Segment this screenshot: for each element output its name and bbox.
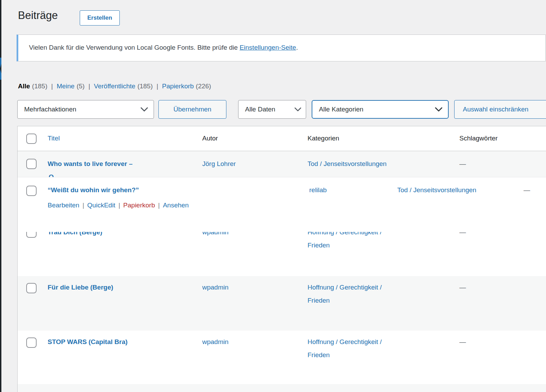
category-link[interactable]: Tod / Jenseitsvorstellungen xyxy=(397,186,476,194)
category-link[interactable]: Tod / Jenseitsvorstellungen xyxy=(308,160,387,168)
bulk-actions-select[interactable]: Mehrfachaktionen xyxy=(17,100,154,119)
filter-count: (5) xyxy=(77,82,85,90)
limit-selection-button[interactable]: Auswahl einschränken xyxy=(454,100,546,119)
view-action-link[interactable]: Ansehen xyxy=(163,202,189,209)
row-checkbox[interactable] xyxy=(26,337,37,348)
post-title-link[interactable]: “Weißt du wohin wir gehen?” xyxy=(48,186,139,194)
action-separator: | xyxy=(118,202,120,209)
settings-page-link[interactable]: Einstellungen-Seite xyxy=(240,44,296,51)
filter-count: (185) xyxy=(32,82,47,90)
category-filter-value: Alle Kategorien xyxy=(319,106,363,113)
filter-separator: | xyxy=(51,82,53,90)
filter-count: (226) xyxy=(196,82,211,90)
apply-button[interactable]: Übernehmen xyxy=(158,100,226,119)
table-header-row: Titel Autor Kategorien Schlagwörter xyxy=(18,126,546,151)
filter-link-alle[interactable]: Alle(185) xyxy=(18,82,47,90)
column-header-titel[interactable]: Titel xyxy=(48,135,60,142)
post-title-link[interactable]: Who wants to live forever – xyxy=(48,160,133,168)
tags-empty-dash: — xyxy=(459,160,466,168)
notice-text-end: . xyxy=(296,44,298,51)
status-filter-links: Alle(185) | Meine(5) | Veröffentlichte(1… xyxy=(18,82,211,90)
filter-link-papierkorb[interactable]: Papierkorb(226) xyxy=(162,82,211,90)
table-row-empty xyxy=(18,384,546,392)
column-header-autor: Autor xyxy=(202,135,218,142)
category-filter-select[interactable]: Alle Kategorien xyxy=(312,100,449,119)
posts-table: Titel Autor Kategorien Schlagwörter Who … xyxy=(17,126,546,392)
table-row-hovered: “Weißt du wohin wir gehen?” Bearbeiten|Q… xyxy=(18,177,546,232)
chevron-down-icon xyxy=(294,107,301,111)
filter-separator: | xyxy=(157,82,158,90)
author-link[interactable]: wpadmin xyxy=(202,284,228,291)
post-title-link[interactable]: Für die Liebe (Berge) xyxy=(48,284,113,291)
filter-link-meine[interactable]: Meine(5) xyxy=(57,82,85,90)
author-link[interactable]: Jörg Lohrer xyxy=(202,160,236,168)
row-checkbox[interactable] xyxy=(26,283,37,293)
row-checkbox[interactable] xyxy=(26,159,37,169)
trash-action-link[interactable]: Papierkorb xyxy=(123,202,155,209)
date-filter-value: Alle Daten xyxy=(245,106,275,113)
date-filter-select[interactable]: Alle Daten xyxy=(238,100,306,119)
select-all-checkbox[interactable] xyxy=(26,134,37,144)
edit-action-link[interactable]: Bearbeiten xyxy=(48,202,79,209)
filter-link-veroeffentlichte[interactable]: Veröffentlichte(185) xyxy=(94,82,153,90)
category-link[interactable]: Frieden xyxy=(308,351,330,359)
post-title-link[interactable]: STOP WARS (Capital Bra) xyxy=(48,338,128,346)
author-link[interactable]: wpadmin xyxy=(202,338,228,346)
create-post-button[interactable]: Erstellen xyxy=(80,10,120,26)
quick-edit-action-link[interactable]: QuickEdit xyxy=(87,202,115,209)
table-row: Für die Liebe (Berge) wpadmin Hoffnung /… xyxy=(18,276,546,331)
admin-notice: Vielen Dank für die Verwendung von Local… xyxy=(17,35,546,61)
table-row: STOP WARS (Capital Bra) wpadmin Hoffnung… xyxy=(18,331,546,384)
category-link[interactable]: Hoffnung / Gerechtigkeit / xyxy=(308,284,382,291)
notice-text: Vielen Dank für die Verwendung von Local… xyxy=(29,44,240,51)
page-title: Beiträge xyxy=(18,9,58,22)
filter-separator: | xyxy=(88,82,90,90)
author-link[interactable]: relilab xyxy=(309,186,327,194)
list-table-controls: Mehrfachaktionen Übernehmen Alle Daten A… xyxy=(0,100,546,119)
bulk-actions-value: Mehrfachaktionen xyxy=(24,106,76,113)
notice-message: Vielen Dank für die Verwendung von Local… xyxy=(18,35,545,60)
wordpress-posts-screen: Beiträge Erstellen Vielen Dank für die V… xyxy=(0,0,546,392)
row-checkbox[interactable] xyxy=(26,186,37,196)
tags-empty-dash: — xyxy=(524,186,530,194)
category-link[interactable]: Frieden xyxy=(308,297,330,304)
filter-count: (185) xyxy=(137,82,153,90)
category-link[interactable]: Hoffnung / Gerechtigkeit / xyxy=(308,338,382,346)
tags-empty-dash: — xyxy=(459,284,466,291)
chevron-down-icon xyxy=(435,107,442,112)
chevron-down-icon xyxy=(140,107,148,112)
category-link[interactable]: Frieden xyxy=(308,242,330,249)
action-separator: | xyxy=(82,202,84,209)
tags-empty-dash: — xyxy=(459,338,466,346)
row-actions: Bearbeiten|QuickEdit|Papierkorb|Ansehen xyxy=(48,202,189,209)
column-header-schlagwoerter: Schlagwörter xyxy=(459,135,498,142)
column-header-kategorien: Kategorien xyxy=(308,135,339,142)
action-separator: | xyxy=(158,202,160,209)
